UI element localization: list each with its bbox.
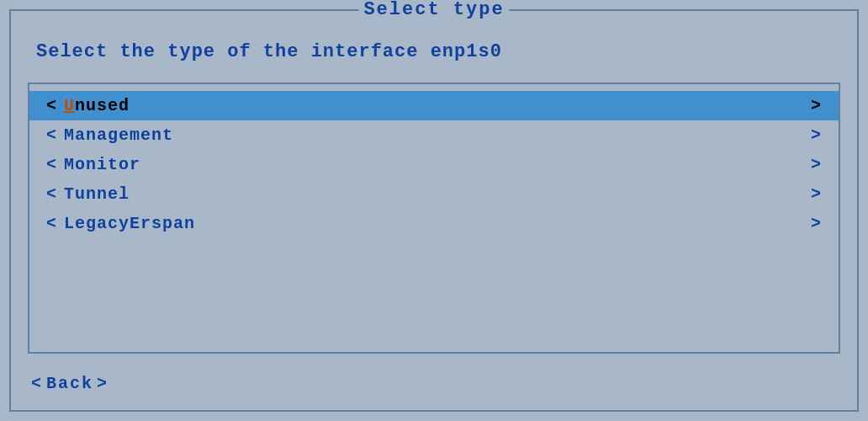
- chevron-left-tunnel: <: [46, 184, 57, 204]
- title-line-right: [516, 9, 584, 11]
- item-label-legacyerspan: LegacyErspan: [64, 214, 195, 233]
- main-dialog: Select type Select the type of the inter…: [9, 9, 859, 412]
- back-chevron-left: <: [31, 374, 43, 393]
- item-left-legacyerspan: < LegacyErspan: [46, 214, 195, 233]
- list-item-legacyerspan[interactable]: < LegacyErspan >: [29, 209, 839, 238]
- chevron-right-tunnel: >: [811, 184, 822, 204]
- item-label-management: Management: [64, 125, 173, 145]
- list-item-unused[interactable]: < Unused >: [29, 91, 839, 120]
- item-label-unused: Unused: [64, 96, 130, 115]
- chevron-left-unused: <: [46, 96, 57, 115]
- item-left-tunnel: < Tunnel: [46, 184, 130, 204]
- subtitle-text: Select the type of the interface enp1s0: [28, 41, 840, 62]
- chevron-right-legacyerspan: >: [811, 214, 822, 233]
- chevron-right-unused: >: [811, 96, 822, 115]
- item-left-monitor: < Monitor: [46, 155, 140, 174]
- list-item-management[interactable]: < Management >: [29, 120, 839, 150]
- chevron-left-legacyerspan: <: [46, 214, 57, 233]
- chevron-left-management: <: [46, 125, 57, 145]
- item-label-monitor: Monitor: [64, 155, 140, 174]
- back-button[interactable]: Back: [46, 374, 93, 393]
- dialog-title: Select type: [358, 0, 509, 20]
- chevron-right-monitor: >: [811, 155, 822, 174]
- back-bar: < Back >: [28, 374, 840, 393]
- list-item-tunnel[interactable]: < Tunnel >: [29, 179, 839, 209]
- chevron-right-management: >: [811, 125, 822, 145]
- title-line-left: [284, 9, 352, 11]
- chevron-left-monitor: <: [46, 155, 57, 174]
- title-bar: Select type: [284, 0, 583, 20]
- type-list: < Unused > < Management > < Monitor > < …: [28, 83, 840, 354]
- list-item-monitor[interactable]: < Monitor >: [29, 150, 839, 179]
- item-left-management: < Management: [46, 125, 173, 145]
- back-chevron-right: >: [97, 374, 108, 393]
- item-left-unused: < Unused: [46, 96, 130, 115]
- item-label-tunnel: Tunnel: [64, 184, 130, 204]
